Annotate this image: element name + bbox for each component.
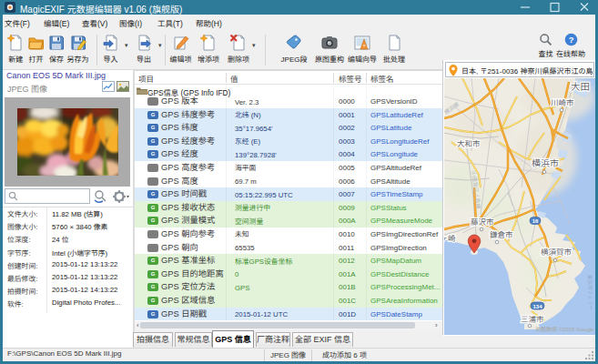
- svg-text:鎌倉市: 鎌倉市: [490, 230, 513, 239]
- svg-text:横須賀市: 横須賀市: [541, 248, 573, 257]
- svg-text:三浦市: 三浦市: [521, 315, 544, 324]
- svg-text:川崎市: 川崎市: [551, 98, 574, 107]
- svg-text:横浜市: 横浜市: [532, 158, 559, 168]
- svg-text:134: 134: [532, 304, 542, 309]
- svg-text:大田: 大田: [571, 81, 590, 92]
- svg-text:16: 16: [532, 218, 539, 224]
- svg-text:地图数据 ©2015 Google: 地图数据 ©2015 Google: [535, 326, 594, 332]
- svg-text:?: ?: [568, 35, 573, 45]
- svg-text:茅ヶ崎: 茅ヶ崎: [444, 234, 456, 243]
- svg-text:大和市: 大和市: [457, 139, 481, 148]
- svg-text:藤沢市: 藤沢市: [471, 217, 494, 227]
